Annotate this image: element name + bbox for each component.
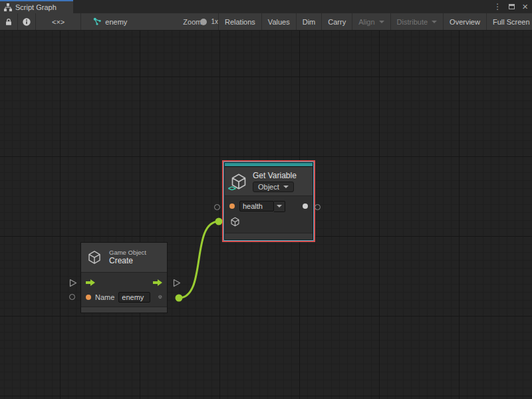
zoom-value: 1x	[211, 13, 218, 30]
create-name-port-circle[interactable]	[69, 294, 75, 300]
breadcrumb-label: enemy	[105, 18, 127, 26]
variable-scope-dropdown[interactable]: Object	[253, 182, 294, 192]
code-view-button[interactable]: <×>	[36, 13, 81, 30]
name-input[interactable]	[118, 292, 150, 303]
relations-button[interactable]: Relations	[218, 13, 262, 30]
flow-input-port-triangle[interactable]	[69, 279, 77, 287]
dim-button[interactable]: Dim	[297, 13, 323, 30]
tab-script-graph[interactable]: Script Graph	[0, 0, 73, 13]
lock-icon	[4, 17, 13, 27]
name-port-row: Name	[81, 290, 167, 305]
name-port-label: Name	[95, 293, 114, 301]
fullscreen-button[interactable]: Full Screen	[487, 13, 532, 30]
game-object-output-port-icon[interactable]	[158, 292, 162, 302]
code-brackets-icon: <>	[228, 184, 235, 192]
getvar-name-port-circle[interactable]	[214, 204, 220, 210]
info-button[interactable]	[18, 13, 36, 30]
flow-output-arrow-icon[interactable]	[153, 279, 162, 286]
dropdown-caret-icon	[283, 186, 289, 188]
graph-canvas[interactable]: Game Object Create Name	[0, 31, 532, 399]
wire-start-dot	[176, 295, 183, 302]
node-create-game-object[interactable]: Game Object Create Name	[80, 242, 168, 313]
maximize-icon[interactable]	[509, 4, 515, 9]
game-object-cube-icon	[87, 250, 102, 265]
node-title: Get Variable	[253, 171, 297, 180]
variable-name-input-port[interactable]	[229, 203, 235, 209]
node-body	[225, 196, 313, 233]
info-icon	[22, 17, 31, 27]
node-footer	[225, 233, 313, 239]
node-title: Create	[109, 256, 146, 266]
node-header: <> Get Variable Object	[225, 167, 313, 196]
node-header: Game Object Create	[81, 243, 167, 273]
flow-port-row	[81, 275, 167, 290]
graph-hierarchy-icon	[4, 3, 12, 11]
values-button[interactable]: Values	[262, 13, 297, 30]
string-input-port[interactable]	[86, 295, 91, 300]
dropdown-caret-icon	[379, 21, 384, 23]
menu-icon[interactable]: ⋮	[493, 3, 501, 11]
dropdown-caret-icon	[277, 205, 282, 207]
target-object-row	[229, 217, 308, 227]
value-output-port[interactable]	[303, 203, 308, 209]
script-graph-asset-icon	[93, 17, 102, 26]
window-controls: ⋮ ×	[493, 0, 528, 13]
distribute-button[interactable]: Distribute	[391, 13, 444, 30]
node-body: Name	[81, 273, 167, 307]
graph-breadcrumb[interactable]: enemy	[93, 13, 127, 30]
title-bar: Script Graph ⋮ ×	[0, 0, 532, 13]
carry-button[interactable]: Carry	[322, 13, 352, 30]
node-footer	[81, 307, 167, 313]
variable-name-row	[229, 200, 308, 213]
overview-button[interactable]: Overview	[444, 13, 487, 30]
toolbar-button-group: Relations Values Dim Carry Align Distrib…	[218, 13, 532, 30]
dropdown-caret-icon	[432, 21, 437, 23]
flow-output-port-triangle[interactable]	[173, 279, 181, 287]
variable-name-input[interactable]	[239, 201, 274, 211]
zoom-slider-handle[interactable]	[200, 19, 207, 25]
getvar-output-port-circle[interactable]	[315, 204, 321, 210]
zoom-label: Zoom	[183, 13, 201, 30]
lock-button[interactable]	[0, 13, 18, 30]
variable-name-dropdown[interactable]	[274, 201, 285, 212]
node-get-variable[interactable]: <> Get Variable Object	[224, 162, 313, 240]
wire-end-dot	[215, 218, 223, 225]
flow-input-arrow-icon[interactable]	[86, 279, 95, 286]
node-category: Game Object	[109, 249, 146, 257]
align-button[interactable]: Align	[352, 13, 390, 30]
close-icon[interactable]: ×	[522, 1, 528, 11]
game-object-target-port-icon[interactable]	[230, 217, 240, 227]
tab-title: Script Graph	[15, 3, 57, 11]
graph-toolbar: <×> enemy Zoom 1x Relations Values Dim C…	[0, 13, 532, 31]
script-graph-window: Script Graph ⋮ × <×>	[0, 0, 532, 399]
